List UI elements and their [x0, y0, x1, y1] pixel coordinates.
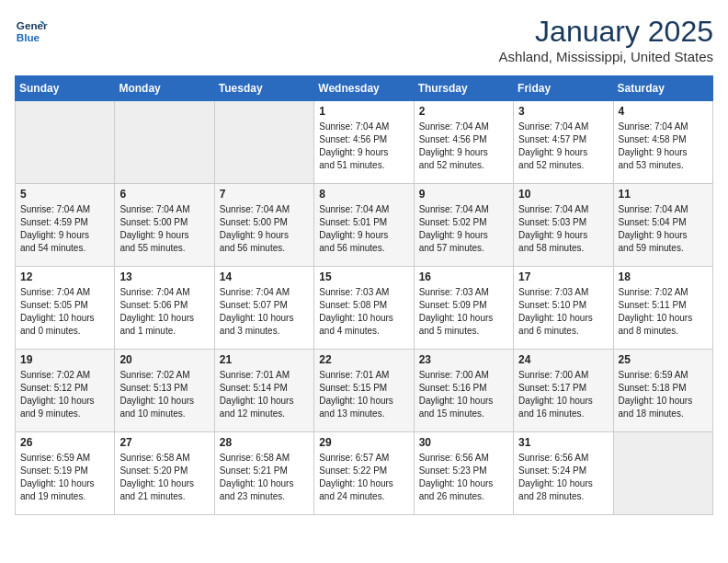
calendar-cell: 17Sunrise: 7:03 AM Sunset: 5:10 PM Dayli…: [514, 267, 613, 350]
calendar-cell: 5Sunrise: 7:04 AM Sunset: 4:59 PM Daylig…: [16, 184, 115, 267]
calendar-cell: [613, 432, 712, 515]
logo-icon: General Blue: [15, 15, 48, 48]
cell-info: Sunrise: 7:01 AM Sunset: 5:15 PM Dayligh…: [319, 369, 408, 420]
day-number: 7: [220, 188, 309, 201]
day-number: 2: [419, 105, 508, 118]
calendar-cell: [115, 101, 214, 184]
week-row-3: 12Sunrise: 7:04 AM Sunset: 5:05 PM Dayli…: [16, 267, 713, 350]
location: Ashland, Mississippi, United States: [499, 49, 713, 64]
header-cell-monday: Monday: [115, 76, 214, 101]
day-number: 1: [319, 105, 408, 118]
calendar-cell: 26Sunrise: 6:59 AM Sunset: 5:19 PM Dayli…: [16, 432, 115, 515]
day-number: 6: [119, 188, 209, 201]
cell-info: Sunrise: 6:56 AM Sunset: 5:24 PM Dayligh…: [518, 452, 608, 503]
day-number: 23: [419, 353, 508, 366]
header-cell-friday: Friday: [514, 76, 613, 101]
header-cell-wednesday: Wednesday: [314, 76, 414, 101]
day-number: 13: [119, 270, 209, 283]
day-number: 12: [20, 270, 109, 283]
cell-info: Sunrise: 7:02 AM Sunset: 5:12 PM Dayligh…: [20, 369, 109, 420]
day-number: 16: [419, 270, 508, 283]
cell-info: Sunrise: 7:04 AM Sunset: 5:07 PM Dayligh…: [220, 286, 309, 338]
cell-info: Sunrise: 7:01 AM Sunset: 5:14 PM Dayligh…: [220, 369, 309, 420]
week-row-2: 5Sunrise: 7:04 AM Sunset: 4:59 PM Daylig…: [16, 184, 713, 267]
calendar-cell: 20Sunrise: 7:02 AM Sunset: 5:13 PM Dayli…: [115, 350, 214, 432]
svg-text:Blue: Blue: [17, 31, 40, 43]
header-row: SundayMondayTuesdayWednesdayThursdayFrid…: [16, 76, 713, 101]
calendar-cell: 25Sunrise: 6:59 AM Sunset: 5:18 PM Dayli…: [613, 350, 712, 432]
calendar-cell: 7Sunrise: 7:04 AM Sunset: 5:00 PM Daylig…: [214, 184, 313, 267]
cell-info: Sunrise: 7:04 AM Sunset: 4:57 PM Dayligh…: [518, 121, 608, 172]
cell-info: Sunrise: 7:04 AM Sunset: 4:59 PM Dayligh…: [20, 203, 109, 255]
calendar-cell: [16, 101, 115, 184]
calendar-cell: 19Sunrise: 7:02 AM Sunset: 5:12 PM Dayli…: [16, 350, 115, 432]
calendar-cell: 15Sunrise: 7:03 AM Sunset: 5:08 PM Dayli…: [314, 267, 414, 350]
day-number: 15: [319, 270, 408, 283]
day-number: 10: [518, 188, 608, 201]
cell-info: Sunrise: 7:03 AM Sunset: 5:10 PM Dayligh…: [518, 286, 608, 338]
header-cell-tuesday: Tuesday: [214, 76, 313, 101]
day-number: 24: [518, 353, 608, 366]
day-number: 17: [518, 270, 608, 283]
page-header: General Blue January 2025 Ashland, Missi…: [15, 15, 713, 64]
cell-info: Sunrise: 7:04 AM Sunset: 5:00 PM Dayligh…: [119, 203, 209, 255]
cell-info: Sunrise: 7:02 AM Sunset: 5:11 PM Dayligh…: [619, 286, 708, 338]
cell-info: Sunrise: 7:04 AM Sunset: 5:01 PM Dayligh…: [319, 203, 408, 255]
header-cell-sunday: Sunday: [16, 76, 115, 101]
day-number: 27: [119, 436, 209, 449]
cell-info: Sunrise: 6:58 AM Sunset: 5:21 PM Dayligh…: [220, 452, 309, 503]
calendar-cell: 10Sunrise: 7:04 AM Sunset: 5:03 PM Dayli…: [514, 184, 613, 267]
day-number: 19: [20, 353, 109, 366]
day-number: 30: [419, 436, 508, 449]
cell-info: Sunrise: 7:03 AM Sunset: 5:08 PM Dayligh…: [319, 286, 408, 338]
title-block: January 2025 Ashland, Mississippi, Unite…: [499, 15, 713, 64]
calendar-cell: 13Sunrise: 7:04 AM Sunset: 5:06 PM Dayli…: [115, 267, 214, 350]
day-number: 5: [20, 188, 109, 201]
calendar-table: SundayMondayTuesdayWednesdayThursdayFrid…: [15, 75, 713, 515]
calendar-cell: 6Sunrise: 7:04 AM Sunset: 5:00 PM Daylig…: [115, 184, 214, 267]
cell-info: Sunrise: 7:04 AM Sunset: 4:56 PM Dayligh…: [419, 121, 508, 172]
cell-info: Sunrise: 7:04 AM Sunset: 5:00 PM Dayligh…: [220, 203, 309, 255]
day-number: 11: [619, 188, 708, 201]
calendar-cell: 30Sunrise: 6:56 AM Sunset: 5:23 PM Dayli…: [414, 432, 513, 515]
calendar-cell: 31Sunrise: 6:56 AM Sunset: 5:24 PM Dayli…: [514, 432, 613, 515]
week-row-1: 1Sunrise: 7:04 AM Sunset: 4:56 PM Daylig…: [16, 101, 713, 184]
calendar-cell: 29Sunrise: 6:57 AM Sunset: 5:22 PM Dayli…: [314, 432, 414, 515]
day-number: 31: [518, 436, 608, 449]
calendar-cell: 11Sunrise: 7:04 AM Sunset: 5:04 PM Dayli…: [613, 184, 712, 267]
day-number: 22: [319, 353, 408, 366]
day-number: 18: [619, 270, 708, 283]
cell-info: Sunrise: 7:04 AM Sunset: 4:56 PM Dayligh…: [319, 121, 408, 172]
cell-info: Sunrise: 7:04 AM Sunset: 5:04 PM Dayligh…: [619, 203, 708, 255]
month-title: January 2025: [499, 15, 713, 49]
calendar-cell: 18Sunrise: 7:02 AM Sunset: 5:11 PM Dayli…: [613, 267, 712, 350]
cell-info: Sunrise: 7:04 AM Sunset: 5:03 PM Dayligh…: [518, 203, 608, 255]
day-number: 9: [419, 188, 508, 201]
calendar-cell: 23Sunrise: 7:00 AM Sunset: 5:16 PM Dayli…: [414, 350, 513, 432]
cell-info: Sunrise: 7:04 AM Sunset: 5:05 PM Dayligh…: [20, 286, 109, 338]
cell-info: Sunrise: 6:59 AM Sunset: 5:19 PM Dayligh…: [20, 452, 109, 503]
cell-info: Sunrise: 6:57 AM Sunset: 5:22 PM Dayligh…: [319, 452, 408, 503]
calendar-cell: 1Sunrise: 7:04 AM Sunset: 4:56 PM Daylig…: [314, 101, 414, 184]
cell-info: Sunrise: 7:04 AM Sunset: 4:58 PM Dayligh…: [619, 121, 708, 172]
day-number: 14: [220, 270, 309, 283]
cell-info: Sunrise: 7:00 AM Sunset: 5:17 PM Dayligh…: [518, 369, 608, 420]
day-number: 25: [619, 353, 708, 366]
logo: General Blue: [15, 15, 48, 48]
day-number: 28: [220, 436, 309, 449]
cell-info: Sunrise: 7:00 AM Sunset: 5:16 PM Dayligh…: [419, 369, 508, 420]
calendar-cell: 22Sunrise: 7:01 AM Sunset: 5:15 PM Dayli…: [314, 350, 414, 432]
calendar-cell: 28Sunrise: 6:58 AM Sunset: 5:21 PM Dayli…: [214, 432, 313, 515]
cell-info: Sunrise: 7:02 AM Sunset: 5:13 PM Dayligh…: [119, 369, 209, 420]
calendar-cell: 9Sunrise: 7:04 AM Sunset: 5:02 PM Daylig…: [414, 184, 513, 267]
calendar-cell: 21Sunrise: 7:01 AM Sunset: 5:14 PM Dayli…: [214, 350, 313, 432]
header-cell-thursday: Thursday: [414, 76, 513, 101]
day-number: 3: [518, 105, 608, 118]
calendar-cell: 8Sunrise: 7:04 AM Sunset: 5:01 PM Daylig…: [314, 184, 414, 267]
day-number: 20: [119, 353, 209, 366]
cell-info: Sunrise: 7:04 AM Sunset: 5:02 PM Dayligh…: [419, 203, 508, 255]
calendar-cell: 3Sunrise: 7:04 AM Sunset: 4:57 PM Daylig…: [514, 101, 613, 184]
calendar-cell: 12Sunrise: 7:04 AM Sunset: 5:05 PM Dayli…: [16, 267, 115, 350]
calendar-cell: 27Sunrise: 6:58 AM Sunset: 5:20 PM Dayli…: [115, 432, 214, 515]
day-number: 26: [20, 436, 109, 449]
